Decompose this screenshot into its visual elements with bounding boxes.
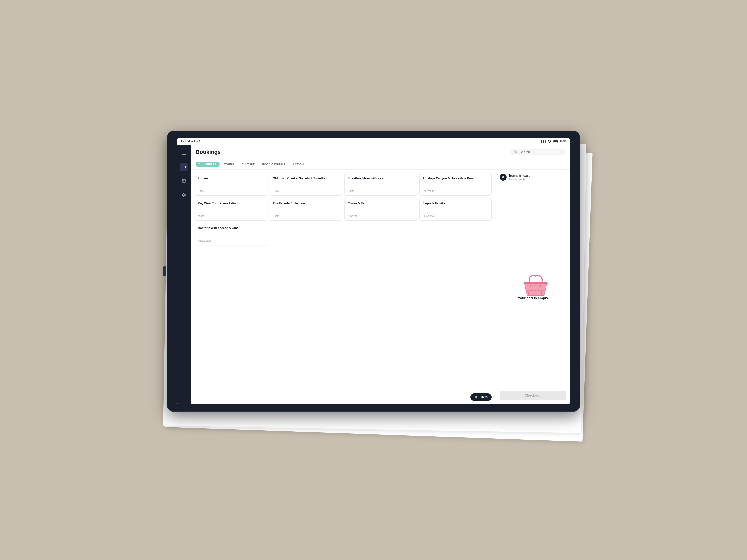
battery-percent: 100%	[560, 140, 566, 143]
svg-point-13	[534, 284, 537, 287]
battery-icon	[553, 140, 558, 143]
tour-card-location: Dubai	[273, 190, 339, 192]
svg-point-12	[530, 285, 532, 287]
svg-rect-1	[553, 140, 557, 142]
sidebar-item-settings[interactable]	[180, 191, 188, 199]
tour-card-location: Miami	[198, 215, 264, 217]
signal-icon: ▌▌▌	[541, 140, 546, 143]
filters-button[interactable]: ⚙ Filters	[470, 394, 491, 401]
svg-point-14	[539, 285, 541, 287]
tour-grid: Louvre Paris Old town, Creeks, Soukds & …	[195, 173, 491, 245]
cart-count: 0	[500, 174, 507, 181]
tour-card-name: Streetfood-Tour with local	[347, 177, 414, 181]
content-split: Louvre Paris Old town, Creeks, Soukds & …	[191, 170, 570, 404]
cart-title: Items in cart	[509, 174, 530, 178]
tour-grid-area: Louvre Paris Old town, Creeks, Soukds & …	[191, 170, 495, 404]
tour-card[interactable]: Old town, Creeks, Soukds & Streetfood Du…	[270, 173, 342, 196]
cart-empty-area: Your cart is empty	[500, 185, 566, 389]
cart-panel: 0 Items in cart Cart is empty	[495, 170, 570, 404]
tour-card-name: Boat trip with cheese & wine	[198, 226, 264, 231]
tour-card-location: New York	[347, 215, 414, 217]
tour-card-name: The Feuerle Collection	[273, 202, 339, 206]
tour-card-location: Paris	[198, 190, 264, 192]
tour-card-location: Barcelona	[422, 215, 489, 217]
filter-icon: ⚙	[474, 396, 477, 399]
search-input[interactable]	[520, 150, 562, 154]
tour-card[interactable]: Boat trip with cheese & wine Amsterdam	[195, 223, 267, 245]
cart-title-group: Items in cart Cart is empty	[509, 174, 530, 181]
status-date: Mon Jun 3	[188, 140, 200, 143]
tour-card[interactable]: Sagrada Familia Barcelona	[419, 198, 492, 220]
tour-card-location: Rome	[347, 190, 414, 192]
tour-card-name: Cruise & Eat	[347, 202, 414, 206]
status-bar: 9:41 Mon Jun 3 ▌▌▌	[177, 138, 570, 145]
tab-all-offers[interactable]: ALL OFFERS	[196, 162, 220, 167]
tour-card[interactable]: Cruise & Eat New York	[344, 198, 417, 220]
sidebar	[177, 145, 191, 404]
checkout-button[interactable]: Check-out	[500, 391, 566, 400]
app-header: Bookings 🔍	[191, 145, 570, 159]
tour-card[interactable]: Key West Tour & snorkeling Miami	[195, 198, 267, 220]
cart-header: 0 Items in cart Cart is empty	[500, 174, 566, 181]
tour-card-name: Old town, Creeks, Soukds & Streetfood	[273, 177, 339, 181]
page-title: Bookings	[196, 149, 221, 155]
tour-card-name: Sagrada Familia	[422, 202, 489, 206]
main-content: Bookings 🔍 ALL OFFERS TOURS CULTURE FOOD…	[191, 145, 570, 404]
svg-rect-4	[182, 154, 186, 155]
svg-rect-3	[182, 153, 186, 153]
tour-card[interactable]: The Feuerle Collection Berlin	[270, 198, 342, 220]
search-icon: 🔍	[514, 150, 518, 154]
tour-card[interactable]: Antelope Canyon & Horseshoe Bend Las Veg…	[419, 173, 492, 196]
wifi-icon	[548, 140, 551, 143]
basket-illustration	[521, 273, 545, 293]
tour-card[interactable]: Louvre Paris	[195, 173, 267, 196]
tab-culture[interactable]: CULTURE	[238, 162, 258, 167]
screen: 9:41 Mon Jun 3 ▌▌▌	[177, 138, 570, 404]
tour-card-name: Antelope Canyon & Horseshoe Bend	[422, 177, 489, 181]
tour-card-location: Berlin	[273, 215, 339, 217]
status-time-date: 9:41 Mon Jun 3	[181, 140, 200, 143]
sidebar-item-tickets[interactable]	[180, 163, 188, 171]
tour-card-location: Las Vegas	[422, 190, 489, 192]
tour-card[interactable]: Streetfood-Tour with local Rome	[344, 173, 417, 196]
tour-card-name: Louvre	[198, 177, 264, 181]
sidebar-item-calendar[interactable]	[180, 177, 188, 185]
category-tabs: ALL OFFERS TOURS CULTURE FOOD & DRINKS A…	[191, 159, 570, 170]
svg-rect-2	[182, 152, 186, 152]
tour-card-name: Key West Tour & snorkeling	[198, 202, 264, 206]
tab-tours[interactable]: TOURS	[221, 162, 237, 167]
paper-stack: 9:41 Mon Jun 3 ▌▌▌	[162, 131, 585, 429]
app-layout: Bookings 🔍 ALL OFFERS TOURS CULTURE FOOD…	[177, 145, 570, 404]
tour-card-location: Amsterdam	[198, 239, 264, 242]
search-bar[interactable]: 🔍	[511, 149, 565, 155]
tab-action[interactable]: ACTION	[290, 162, 307, 167]
status-indicators: ▌▌▌ 100%	[541, 140, 566, 143]
status-time: 9:41	[181, 140, 186, 143]
home-button[interactable]	[163, 266, 166, 276]
tab-food-drinks[interactable]: FOOD & DRINKS	[259, 162, 288, 167]
cart-subtitle: Cart is empty	[509, 178, 530, 181]
sidebar-item-menu[interactable]	[180, 149, 188, 157]
tablet-device: 9:41 Mon Jun 3 ▌▌▌	[167, 131, 580, 412]
